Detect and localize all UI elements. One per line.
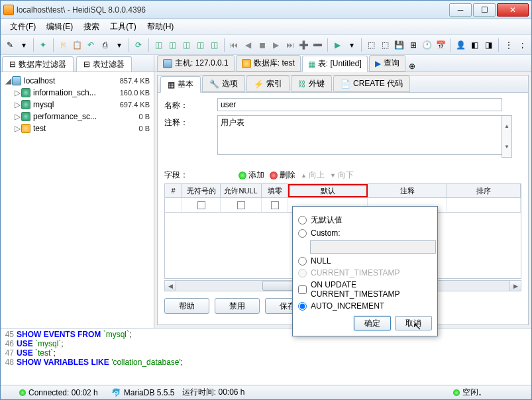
tool-user-icon[interactable]: 👤 <box>454 38 467 52</box>
tool-db3-icon[interactable]: ◫ <box>180 38 193 52</box>
tool-save-icon[interactable]: 💾 <box>393 38 405 52</box>
col-allownull[interactable]: 允许NULL <box>221 184 262 197</box>
tool-db2-icon[interactable]: ◫ <box>166 38 179 52</box>
cancel-button[interactable]: 取消 <box>395 316 432 330</box>
tool-first-icon[interactable]: ⏮ <box>228 38 240 52</box>
menu-file[interactable]: 文件(F) <box>5 20 41 34</box>
scroll-up-icon[interactable]: ▲ <box>502 116 511 136</box>
tool-dropdown2-icon[interactable]: ▾ <box>113 38 125 52</box>
collapse-icon[interactable]: ◢ <box>5 76 12 85</box>
delete-field-button[interactable]: 删除 <box>270 170 295 181</box>
tool-cal-icon[interactable]: 📅 <box>435 38 447 52</box>
menu-edit[interactable]: 编辑(E) <box>41 20 78 34</box>
tab-table-filter[interactable]: ⊟表过滤器 <box>76 56 132 72</box>
col-unsigned[interactable]: 无符号的 <box>182 184 221 197</box>
tool-db5-icon[interactable]: ◫ <box>208 38 221 52</box>
tree-db[interactable]: ▷information_sch...160.0 KB <box>2 87 152 99</box>
tool-copy-icon[interactable]: ⎘ <box>57 38 70 52</box>
scroll-right-icon[interactable]: ▶ <box>509 281 521 291</box>
opt-on-update[interactable]: ON UPDATE CURRENT_TIMESTAMP <box>298 280 432 299</box>
opt-auto-inc[interactable]: AUTO_INCREMENT <box>298 301 432 311</box>
tool-play-icon[interactable]: ▶ <box>331 38 344 52</box>
tool-refresh-icon[interactable]: ⟳ <box>133 38 145 52</box>
new-tab-icon[interactable]: ⊕ <box>407 61 417 72</box>
tool-undo-icon[interactable]: ↶ <box>85 38 97 52</box>
tree-db[interactable]: ▷performance_sc...0 B <box>2 111 152 123</box>
sql-line: 48SHOW VARIABLES LIKE 'collation_databas… <box>1 358 531 367</box>
tool-dropdown-icon[interactable]: ▾ <box>17 38 30 52</box>
tool-db4-icon[interactable]: ◫ <box>194 38 207 52</box>
opt-custom[interactable]: Custom: <box>298 228 432 238</box>
checkbox[interactable] <box>237 201 245 209</box>
menu-help[interactable]: 帮助(H) <box>142 20 180 34</box>
name-label: 名称： <box>164 98 217 111</box>
tool-db1-icon[interactable]: ◫ <box>152 38 165 52</box>
minimize-button[interactable]: ─ <box>449 3 472 17</box>
move-down-button[interactable]: ▼向下 <box>330 170 354 181</box>
idle-icon <box>453 389 460 396</box>
col-num[interactable]: # <box>165 184 182 197</box>
tool-stop-icon[interactable]: ◼ <box>256 38 268 52</box>
tool-x1-icon[interactable]: ◧ <box>468 38 481 52</box>
expand-icon[interactable]: ▷ <box>14 88 21 97</box>
sql-log[interactable]: 45SHOW EVENTS FROM `mysql`;46USE `mysql`… <box>1 328 531 385</box>
tool-playdd-icon[interactable]: ▾ <box>345 38 358 52</box>
tree-db[interactable]: ▷mysql697.4 KB <box>2 99 152 111</box>
tool-x2-icon[interactable]: ◨ <box>482 38 495 52</box>
checkbox[interactable] <box>197 201 205 209</box>
tab-query[interactable]: ▶查询 <box>369 55 405 72</box>
custom-value-input[interactable] <box>310 240 436 254</box>
opt-null[interactable]: NULL <box>298 256 432 266</box>
tool-misc1-icon[interactable]: ⬚ <box>365 38 378 52</box>
name-input[interactable] <box>217 98 502 111</box>
maximize-button[interactable]: ☐ <box>473 3 496 17</box>
tool-last2-icon[interactable]: ; <box>516 38 529 52</box>
tool-last-icon[interactable]: ⏭ <box>284 38 296 52</box>
tool-wand-icon[interactable]: ✦ <box>37 38 50 52</box>
expand-icon[interactable]: ▷ <box>14 112 21 121</box>
subtab-options[interactable]: 🔧选项 <box>202 75 245 92</box>
tool-new-icon[interactable]: ✎ <box>3 38 16 52</box>
scroll-down-icon[interactable]: ▼ <box>502 136 511 157</box>
comment-input[interactable] <box>217 115 502 155</box>
tool-misc2-icon[interactable]: ⬚ <box>379 38 392 52</box>
col-sort[interactable]: 排序 <box>447 184 521 197</box>
help-button[interactable]: 帮助 <box>164 298 209 314</box>
expand-icon[interactable]: ▷ <box>14 124 21 133</box>
move-up-button[interactable]: ▲向上 <box>301 170 325 181</box>
tool-last1-icon[interactable]: ⋮ <box>502 38 515 52</box>
tab-table[interactable]: ▦表: [Untitled] <box>302 56 368 72</box>
tab-db-filter[interactable]: ⊟数据库过滤器 <box>2 56 74 72</box>
close-button[interactable]: ✕ <box>497 3 529 17</box>
tool-paste-icon[interactable]: 📋 <box>71 38 83 52</box>
ok-button[interactable]: 确定 <box>354 316 391 330</box>
add-field-button[interactable]: 添加 <box>239 170 264 181</box>
tool-prev-icon[interactable]: ◀ <box>242 38 254 52</box>
tool-print-icon[interactable]: ⎙ <box>99 38 111 52</box>
subtab-indexes[interactable]: ⚡索引 <box>246 75 290 92</box>
menu-search[interactable]: 搜索 <box>78 20 105 34</box>
tree[interactable]: ◢ localhost 857.4 KB ▷information_sch...… <box>1 72 154 328</box>
tool-time-icon[interactable]: 🕐 <box>421 38 433 52</box>
tool-remove-icon[interactable]: ➖ <box>311 38 324 52</box>
col-zerofill[interactable]: 填零 <box>262 184 288 197</box>
disable-button[interactable]: 禁用 <box>215 298 260 314</box>
tool-calc-icon[interactable]: ⊞ <box>407 38 419 52</box>
col-comment[interactable]: 注释 <box>368 184 447 197</box>
subtab-create[interactable]: 📄CREATE 代码 <box>333 75 410 92</box>
tree-db[interactable]: ▷test0 B <box>2 123 152 134</box>
connected-icon <box>19 389 26 396</box>
col-default[interactable]: 默认 <box>288 184 368 197</box>
tool-add-icon[interactable]: ➕ <box>297 38 310 52</box>
tab-database[interactable]: 数据库: test <box>236 55 301 72</box>
tree-host[interactable]: ◢ localhost 857.4 KB <box>2 75 152 87</box>
expand-icon[interactable]: ▷ <box>14 100 21 109</box>
opt-no-default[interactable]: 无默认值 <box>298 215 432 226</box>
subtab-foreign[interactable]: ⛓外键 <box>291 75 332 92</box>
scroll-left-icon[interactable]: ◀ <box>165 281 176 291</box>
tool-next-icon[interactable]: ▶ <box>270 38 282 52</box>
subtab-basic[interactable]: ▦基本 <box>160 76 201 93</box>
checkbox[interactable] <box>271 201 279 209</box>
menu-tools[interactable]: 工具(T) <box>105 20 141 34</box>
tab-host[interactable]: 主机: 127.0.0.1 <box>157 55 235 72</box>
